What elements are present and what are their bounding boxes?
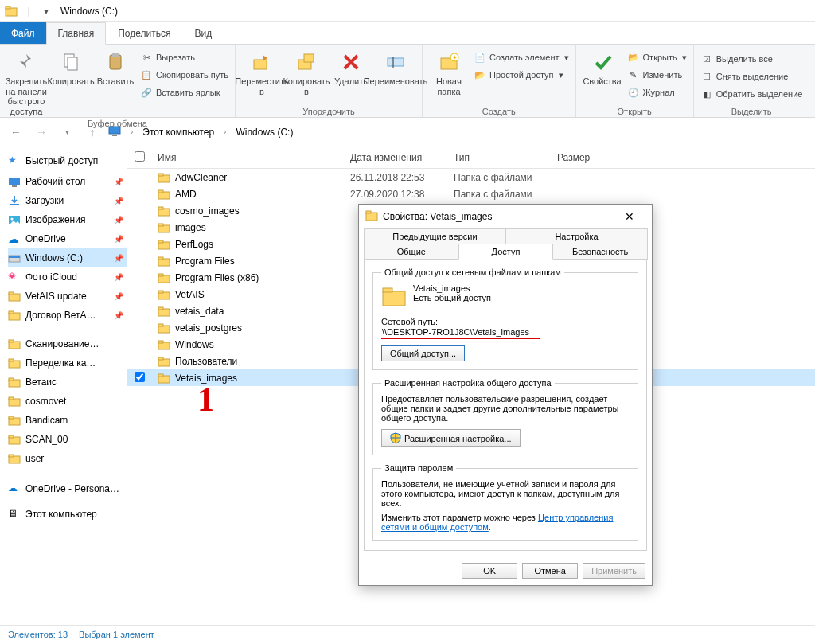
svg-rect-1 bbox=[6, 6, 10, 9]
edit-icon: ✎ bbox=[627, 68, 640, 81]
sidebar-item[interactable]: VetAIS update📌 bbox=[8, 287, 127, 306]
dialog-tab-sharing[interactable]: Доступ bbox=[458, 244, 554, 260]
sidebar-item[interactable]: ❀Фото iCloud📌 bbox=[8, 267, 127, 287]
pin-icon: 📌 bbox=[114, 178, 123, 186]
ribbon-history-button[interactable]: 🕘Журнал bbox=[626, 84, 688, 100]
chevron-icon[interactable]: › bbox=[224, 127, 226, 136]
svg-rect-38 bbox=[9, 435, 14, 438]
sidebar-item[interactable]: ☁OneDrive📌 bbox=[8, 229, 127, 248]
col-date[interactable]: Дата изменения bbox=[350, 152, 454, 163]
sidebar-item[interactable]: cosmovet bbox=[8, 392, 127, 411]
ribbon-selectall-button[interactable]: ☑Выделить все bbox=[699, 51, 805, 67]
svg-rect-18 bbox=[10, 204, 19, 205]
svg-rect-50 bbox=[158, 240, 163, 243]
svg-rect-34 bbox=[9, 397, 14, 400]
ribbon-open-button[interactable]: 📂Открыть▾ bbox=[626, 49, 688, 65]
svg-rect-56 bbox=[158, 291, 163, 293]
svg-rect-8 bbox=[304, 54, 314, 62]
sidebar-item[interactable]: Ветаис bbox=[8, 373, 127, 392]
nav-up-button[interactable]: ↑ bbox=[83, 123, 102, 142]
dialog-tab-general[interactable]: Общие bbox=[364, 244, 459, 260]
ribbon-group-new-label: Создать bbox=[427, 105, 571, 116]
col-size[interactable]: Размер bbox=[557, 152, 621, 163]
sidebar-item[interactable]: Сканирование… bbox=[8, 334, 127, 353]
sidebar-item[interactable]: SCAN_00 bbox=[8, 430, 127, 449]
scissors-icon: ✂ bbox=[140, 51, 153, 64]
dialog-cancel-button[interactable]: Отмена bbox=[522, 563, 578, 579]
nav-recent-button[interactable]: ▾ bbox=[57, 123, 76, 142]
ribbon-easyaccess-button[interactable]: 📂Простой доступ▾ bbox=[472, 67, 571, 83]
dialog-tab-prev[interactable]: Предыдущие версии bbox=[364, 228, 506, 244]
nav-back-button[interactable]: ← bbox=[6, 123, 25, 142]
ribbon-copypath-button[interactable]: 📋Скопировать путь bbox=[138, 67, 230, 83]
nav-sidebar[interactable]: ★ Быстрый доступ Рабочий стол📌Загрузки📌И… bbox=[0, 146, 127, 625]
sidebar-item[interactable]: Договор ВетА…📌 bbox=[8, 306, 127, 325]
ribbon-copy-button[interactable]: Копировать bbox=[49, 46, 92, 117]
svg-rect-69 bbox=[383, 291, 405, 306]
qat-folder-icon bbox=[3, 3, 19, 19]
sidebar-this-pc[interactable]: 🖥 Этот компьютер bbox=[8, 505, 127, 524]
sidebar-item[interactable]: Изображения📌 bbox=[8, 210, 127, 229]
ribbon-tab-home[interactable]: Главная bbox=[46, 22, 107, 45]
dialog-tab-security[interactable]: Безопасность bbox=[552, 244, 648, 260]
col-checkbox[interactable] bbox=[127, 151, 151, 164]
chevron-icon[interactable]: › bbox=[131, 127, 133, 136]
share-button[interactable]: Общий доступ... bbox=[381, 345, 465, 361]
sidebar-item[interactable]: user bbox=[8, 449, 127, 468]
sidebar-item[interactable]: Переделка ка… bbox=[8, 353, 127, 373]
ribbon-edit-button[interactable]: ✎Изменить bbox=[626, 67, 688, 83]
annotation-1: 1 bbox=[197, 381, 214, 419]
ribbon-paste-shortcut-button[interactable]: 🔗Вставить ярлык bbox=[138, 84, 230, 100]
ribbon-newfolder-button[interactable]: ✦Новая папка bbox=[427, 46, 470, 105]
qat-dropdown-icon[interactable]: ▾ bbox=[38, 3, 54, 19]
advanced-button[interactable]: Расширенная настройка... bbox=[381, 429, 521, 447]
ribbon-properties-button[interactable]: Свойства bbox=[581, 46, 624, 105]
svg-rect-46 bbox=[158, 207, 163, 209]
sidebar-item[interactable]: Bandicam bbox=[8, 411, 127, 430]
ribbon-moveto-button[interactable]: Переместить в bbox=[240, 46, 283, 105]
ribbon-delete-button[interactable]: Удалить bbox=[330, 46, 372, 105]
ribbon-group-open-label: Открыть bbox=[581, 105, 688, 116]
ribbon-invert-button[interactable]: ◧Обратить выделение bbox=[699, 86, 805, 102]
sidebar-quick-access[interactable]: ★ Быстрый доступ bbox=[8, 151, 127, 170]
dialog-tab-custom[interactable]: Настройка bbox=[505, 228, 648, 244]
pwd-text2: Изменить этот параметр можно через Центр… bbox=[381, 513, 630, 532]
ribbon-paste-button[interactable]: Вставить bbox=[94, 46, 137, 117]
svg-rect-60 bbox=[158, 324, 163, 326]
sidebar-onedrive-personal[interactable]: ☁ OneDrive - Persona… bbox=[8, 479, 127, 498]
col-type[interactable]: Тип bbox=[454, 152, 557, 163]
sidebar-item[interactable]: Загрузки📌 bbox=[8, 191, 127, 210]
ribbon-tabs: Файл Главная Поделиться Вид bbox=[0, 22, 815, 45]
crumb-drive[interactable]: Windows (C:) bbox=[236, 127, 293, 138]
table-row[interactable]: AdwCleaner 26.11.2018 22:53 Папка с файл… bbox=[127, 169, 815, 185]
table-row[interactable]: AMD 27.09.2020 12:38 Папка с файлами bbox=[127, 185, 815, 202]
crumb-pc[interactable]: Этот компьютер bbox=[142, 127, 214, 138]
dialog-ok-button[interactable]: OK bbox=[462, 563, 517, 579]
sidebar-item[interactable]: Windows (C:)📌 bbox=[8, 248, 127, 267]
ribbon-newitem-button[interactable]: 📄Создать элемент▾ bbox=[472, 49, 571, 65]
sidebar-item[interactable]: Рабочий стол📌 bbox=[8, 172, 127, 191]
svg-rect-66 bbox=[158, 374, 163, 377]
netpath-value[interactable]: \\DESKTOP-7RO1J8C\Vetais_images bbox=[381, 326, 540, 338]
paste-icon bbox=[103, 49, 128, 75]
svg-rect-9 bbox=[388, 58, 404, 66]
dialog-close-button[interactable]: ✕ bbox=[614, 205, 645, 228]
col-name[interactable]: Имя bbox=[151, 152, 350, 163]
ribbon-tab-view[interactable]: Вид bbox=[182, 22, 224, 44]
svg-rect-32 bbox=[9, 378, 14, 381]
folder-icon bbox=[8, 433, 21, 446]
ribbon-copyto-button[interactable]: Копировать в bbox=[285, 46, 328, 105]
svg-rect-28 bbox=[9, 340, 14, 342]
copy-icon bbox=[58, 49, 84, 75]
svg-rect-26 bbox=[9, 311, 14, 314]
nav-forward-button[interactable]: → bbox=[32, 123, 51, 142]
dialog-apply-button[interactable]: Применить bbox=[583, 563, 645, 579]
ribbon-pin-button[interactable]: Закрепить на панели быстрого доступа bbox=[5, 46, 48, 117]
svg-rect-3 bbox=[68, 57, 77, 70]
ribbon-tab-share[interactable]: Поделиться bbox=[106, 22, 182, 44]
pictures-icon bbox=[8, 213, 21, 226]
ribbon-selectnone-button[interactable]: ☐Снять выделение bbox=[699, 68, 805, 84]
ribbon-rename-button[interactable]: Переименовать bbox=[374, 46, 417, 105]
ribbon-cut-button[interactable]: ✂Вырезать bbox=[138, 49, 230, 65]
ribbon-tab-file[interactable]: Файл bbox=[0, 22, 46, 44]
